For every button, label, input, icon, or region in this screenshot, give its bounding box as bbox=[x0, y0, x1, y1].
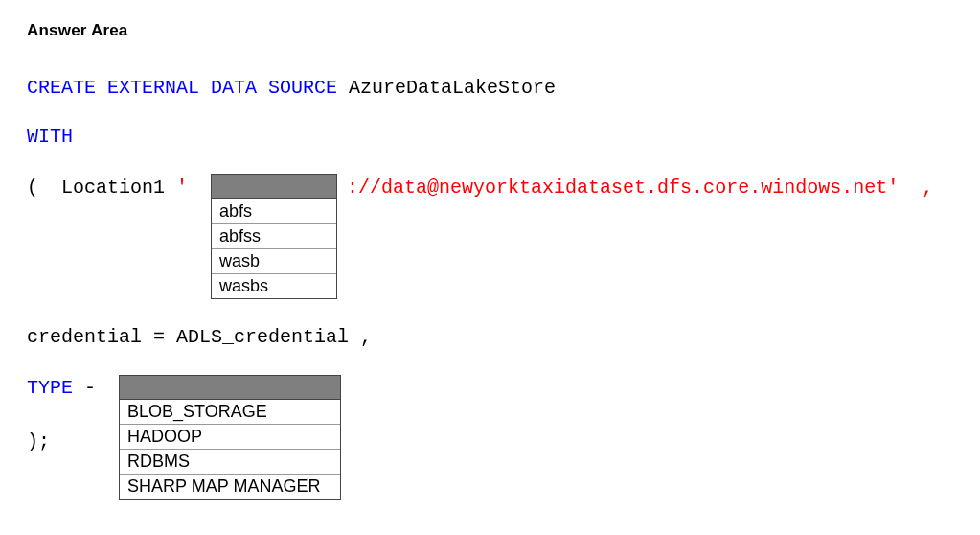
type-keyword: TYPE bbox=[27, 377, 84, 399]
with-row: WITH bbox=[27, 126, 953, 148]
dropdown-option[interactable]: wasb bbox=[212, 248, 336, 273]
dropdown-option[interactable]: abfss bbox=[212, 223, 336, 248]
credential-text: credential = ADLS_credential , bbox=[27, 326, 372, 348]
location-label: Location1 bbox=[61, 176, 176, 198]
dash: - bbox=[84, 377, 119, 399]
protocol-dropdown[interactable]: abfs abfss wasb wasbs bbox=[211, 174, 337, 299]
dropdown-option[interactable]: abfs bbox=[212, 199, 336, 223]
type-dropdown[interactable]: BLOB_STORAGE HADOOP RDBMS SHARP MAP MANA… bbox=[119, 375, 341, 500]
dropdown-head[interactable] bbox=[211, 174, 337, 199]
dropdown-option[interactable]: wasbs bbox=[212, 273, 336, 298]
open-paren: ( bbox=[27, 176, 61, 198]
open-quote: ' bbox=[176, 176, 211, 198]
dropdown-option[interactable]: BLOB_STORAGE bbox=[120, 400, 340, 424]
url-suffix: ://data@newyorktaxidataset.dfs.core.wind… bbox=[347, 176, 933, 198]
dropdown-option[interactable]: RDBMS bbox=[120, 449, 340, 474]
create-statement-row: CREATE EXTERNAL DATA SOURCE AzureDataLak… bbox=[27, 77, 953, 99]
section-title: Answer Area bbox=[27, 21, 953, 40]
dropdown-options-list: abfs abfss wasb wasbs bbox=[211, 199, 337, 299]
with-keyword: WITH bbox=[27, 126, 73, 148]
data-source-name: AzureDataLakeStore bbox=[337, 77, 556, 99]
dropdown-options-list: BLOB_STORAGE HADOOP RDBMS SHARP MAP MANA… bbox=[119, 400, 341, 500]
dropdown-option[interactable]: HADOOP bbox=[120, 424, 340, 449]
create-keyword: CREATE EXTERNAL DATA SOURCE bbox=[27, 77, 337, 99]
dropdown-head[interactable] bbox=[119, 375, 341, 400]
credential-row: credential = ADLS_credential , bbox=[27, 326, 953, 348]
location-row: ( Location1 ' abfs abfss wasb wasbs ://d… bbox=[27, 174, 953, 299]
close-paren: ); bbox=[27, 430, 50, 453]
dropdown-option[interactable]: SHARP MAP MANAGER bbox=[120, 474, 340, 499]
